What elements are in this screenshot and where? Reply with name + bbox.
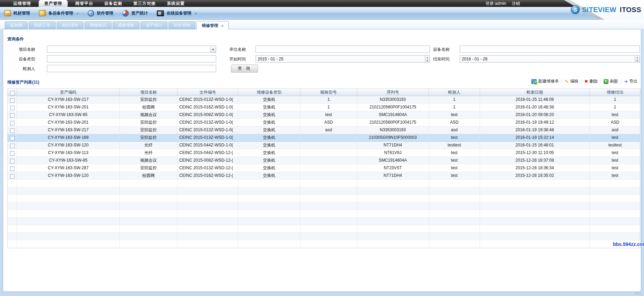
tab-close-icon[interactable]: x: [221, 24, 223, 27]
column-header-2[interactable]: 项目名称: [120, 89, 177, 96]
table-row[interactable]: CY-XYW-163-SW-217安防监控CEINC 2015-013Z-WSD…: [8, 96, 640, 104]
device-name-label: 设备名称: [427, 46, 450, 53]
column-header-3[interactable]: 文件编号: [177, 89, 238, 96]
empty-cell: [8, 202, 17, 210]
row-checkbox[interactable]: [10, 174, 15, 179]
chevron-down-icon[interactable]: ∨: [194, 11, 197, 15]
table-row[interactable]: CY-XYW-163-SW-85视频会议CEINC 2015-008Z-WSD-…: [8, 111, 640, 119]
tab-4[interactable]: 审核知识: [85, 21, 112, 29]
action-refresh-button[interactable]: ↻刷新: [604, 78, 618, 84]
end-time-input[interactable]: [460, 55, 635, 63]
select-all-checkbox[interactable]: [10, 91, 15, 95]
tab-5[interactable]: 绩效考核: [113, 21, 140, 29]
tab-3[interactable]: 知识清单: [57, 21, 84, 29]
table-cell: 1: [300, 96, 357, 103]
column-header-9[interactable]: 维修结论: [590, 89, 641, 96]
table-row[interactable]: CY-XYW-163-SW-113光纤CEINC 2015-044Z-WSD-1…: [8, 149, 640, 157]
table-row[interactable]: CY-XYW-163-SW-120光纤CEINC 2015-044Z-WSD-1…: [8, 142, 640, 149]
row-checkbox[interactable]: [10, 121, 15, 125]
row-checkbox[interactable]: [10, 98, 15, 103]
empty-cell: [480, 218, 590, 225]
row-checkbox[interactable]: [10, 106, 15, 110]
toolbar-item-2[interactable]: 备品备件管理∨: [39, 10, 79, 16]
table-cell: CY-XYW-163-SW-201: [17, 104, 120, 111]
project-name-combo[interactable]: [47, 46, 210, 53]
toolbar-item-label: 耗材管理: [13, 10, 30, 16]
table-cell: SMC1914604A: [357, 157, 429, 164]
table-cell: test: [590, 134, 641, 141]
menu-item-1[interactable]: 运维管理: [8, 0, 37, 7]
row-checkbox-cell: [8, 104, 17, 111]
menu-item-3[interactable]: 网管平台: [70, 0, 99, 7]
toolbar-item-4[interactable]: 资产统计: [122, 10, 148, 17]
row-checkbox[interactable]: [10, 144, 15, 148]
toolbar-item-label: 软件管理: [97, 10, 113, 16]
chevron-down-icon[interactable]: ∨: [76, 11, 79, 15]
table-cell: 2102120560P0F1004175: [357, 119, 429, 126]
column-header-8[interactable]: 检测日期: [480, 89, 590, 96]
column-header-6[interactable]: 序列号: [357, 89, 429, 96]
row-checkbox[interactable]: [10, 136, 15, 141]
table-cell: N3353003193: [357, 96, 429, 103]
column-header-7[interactable]: 检测人: [429, 89, 480, 96]
empty-cell: [429, 233, 480, 240]
table-row[interactable]: CY-XYW-163-SW-120校园网CEINC 2015-016Z-WSD-…: [8, 172, 640, 180]
row-checkbox[interactable]: [10, 166, 15, 171]
project-name-dropdown-icon[interactable]: ▼: [210, 46, 216, 53]
action-edit-button[interactable]: ✎编辑: [565, 78, 578, 84]
toolbar-item-3[interactable]: 软件管理: [88, 10, 113, 17]
table-cell: 光纤: [120, 142, 177, 149]
end-time-spinner[interactable]: ▲▼: [635, 55, 640, 63]
toolbar-item-1[interactable]: 耗材管理: [4, 10, 30, 16]
table-cell: CEINC 2015-008Z-WSD-12-(: [177, 157, 238, 164]
menu-item-5[interactable]: 第三方对接: [128, 0, 161, 7]
column-header-1[interactable]: 资产编码: [17, 89, 120, 96]
column-header-5[interactable]: 规格型号: [300, 89, 357, 96]
table-row[interactable]: CY-XYW-163-SW-217安防监控CEINC 2015-013Z-WSD…: [8, 126, 640, 134]
tab-6[interactable]: 资产统计: [141, 21, 167, 29]
row-checkbox[interactable]: [10, 113, 15, 118]
action-delete-button[interactable]: ✖删除: [584, 78, 598, 84]
tab-8[interactable]: 维修管理x: [196, 21, 229, 29]
table-cell: 视频会议: [120, 157, 177, 164]
inspector-input[interactable]: [47, 65, 216, 72]
table-cell: 安防监控: [120, 96, 177, 103]
start-time-input[interactable]: [256, 55, 425, 63]
table-row[interactable]: CY-XYW-163-SW-201安防监控CEINC 2015-013Z-WSD…: [8, 119, 640, 126]
table-cell: 210305G09N10F5000003: [357, 134, 429, 141]
toolbar-item-5[interactable]: 在线设备管理∨: [157, 10, 197, 16]
empty-cell: [120, 187, 177, 194]
action-neworder-button[interactable]: 新建维修单: [531, 78, 559, 84]
table-row[interactable]: CY-XYW-163-SW-85视频会议CEINC 2015-008Z-WSD-…: [8, 157, 640, 164]
unit-name-input[interactable]: [256, 46, 430, 53]
device-name-input[interactable]: [460, 46, 640, 53]
row-checkbox[interactable]: [10, 128, 15, 133]
table-cell: 交换机: [238, 157, 300, 164]
device-type-input[interactable]: [47, 55, 216, 63]
row-checkbox[interactable]: [10, 159, 15, 163]
search-button[interactable]: 查 询: [231, 65, 258, 73]
tab-2[interactable]: 我的工单: [29, 21, 56, 29]
tab-1[interactable]: 监测网: [5, 21, 28, 29]
row-checkbox[interactable]: [10, 151, 15, 156]
spinner-down-icon[interactable]: ▼: [635, 59, 640, 63]
table-cell: asd: [300, 126, 357, 134]
action-export-button[interactable]: ➜导出: [624, 78, 637, 84]
empty-cell: [590, 202, 641, 210]
table-row[interactable]: CY-XYW-163-SW-287安防监控CEINC 2015-013Z-WSD…: [8, 164, 640, 172]
table-cell: ASD: [590, 119, 641, 126]
table-cell: ASD: [300, 119, 357, 126]
spinner-up-icon[interactable]: ▲: [635, 56, 640, 59]
menu-item-6[interactable]: 系统设置: [161, 0, 190, 7]
empty-cell: [480, 225, 590, 232]
empty-cell: [357, 210, 429, 217]
menu-item-4[interactable]: 设备监测: [99, 0, 128, 7]
tab-7[interactable]: 软件管理: [169, 21, 195, 29]
column-header-4[interactable]: 维修设备类型: [238, 89, 300, 96]
menu-item-2[interactable]: 资产管理: [39, 0, 68, 7]
table-row[interactable]: CY-XYW-163-SW-201校园网CEINC 2015-016Z-WSD-…: [8, 104, 640, 111]
table-row[interactable]: CY-XYW-163-SW-169安防监控CEINC 2015-013Z-WSD…: [8, 134, 640, 142]
table-cell: 安防监控: [120, 134, 177, 141]
empty-cell: [300, 218, 357, 225]
logout-link[interactable]: 注销: [512, 1, 520, 7]
